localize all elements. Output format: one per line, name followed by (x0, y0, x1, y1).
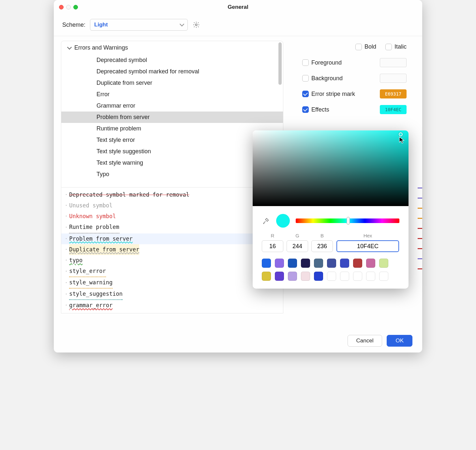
tree-group-label: Errors and Warnings (74, 44, 128, 51)
preset-swatch[interactable] (314, 259, 323, 268)
close-icon[interactable] (59, 5, 64, 9)
scheme-label: Scheme: (62, 22, 85, 28)
chevron-down-icon (180, 22, 184, 26)
foreground-checkbox[interactable]: Foreground (302, 59, 342, 66)
effects-swatch[interactable]: 10F4EC (380, 105, 407, 114)
bold-checkbox[interactable]: Bold (355, 43, 376, 50)
eyedropper-button[interactable] (262, 217, 270, 225)
preset-swatch[interactable] (327, 259, 336, 268)
hue-slider[interactable] (296, 218, 399, 223)
preview-line: Duplicate from server (69, 244, 139, 255)
scheme-row: Scheme: Light (54, 14, 422, 36)
preset-swatch[interactable] (288, 272, 297, 281)
background-checkbox[interactable]: Background (302, 75, 343, 82)
preview-line: style_suggestion (69, 289, 123, 300)
checkbox-icon (302, 75, 309, 82)
preview-line: Unknown symbol (69, 211, 116, 222)
window-title: General (228, 4, 248, 10)
tree-item-selected[interactable]: Problem from server (61, 112, 283, 123)
g-label: G (295, 233, 299, 238)
effects-checkbox[interactable]: Effects (302, 106, 329, 113)
preset-swatch-empty[interactable] (340, 272, 349, 281)
preset-swatch-empty[interactable] (327, 272, 336, 281)
tree-item[interactable]: Text style suggestion (61, 146, 283, 157)
category-tree[interactable]: Errors and Warnings Deprecated symbol De… (61, 41, 283, 188)
tree-item[interactable]: Deprecated symbol marked for removal (61, 66, 283, 77)
preview-line: grammar_error (69, 300, 112, 311)
preview-line: style_error (69, 266, 106, 277)
bold-label: Bold (364, 43, 376, 50)
preset-swatch[interactable] (301, 272, 310, 281)
error-stripe-swatch[interactable]: E69317 (380, 89, 407, 98)
preset-swatch[interactable] (288, 259, 297, 268)
color-picker[interactable]: R G B Hex (253, 130, 409, 289)
scheme-value: Light (94, 22, 108, 28)
tree-item[interactable]: Deprecated symbol (61, 54, 283, 66)
error-stripe-label: Error stripe mark (311, 91, 355, 98)
b-label: B (320, 233, 324, 238)
sv-thumb[interactable] (399, 132, 403, 136)
tree-item[interactable]: Duplicate from server (61, 77, 283, 89)
preview-line: style_warning (69, 277, 112, 289)
tree-group-header[interactable]: Errors and Warnings (61, 41, 283, 54)
preset-swatch[interactable] (301, 259, 310, 268)
scheme-actions-button[interactable] (192, 21, 200, 29)
zoom-icon[interactable] (73, 5, 78, 9)
scheme-select[interactable]: Light (90, 19, 188, 31)
preview-line: Problem from server (69, 233, 132, 244)
window-controls (59, 5, 78, 9)
preset-swatch[interactable] (340, 259, 349, 268)
error-stripe-checkbox[interactable]: Error stripe mark (302, 91, 355, 98)
color-preview (276, 214, 290, 228)
g-input[interactable] (287, 240, 308, 252)
cancel-button[interactable]: Cancel (348, 335, 382, 347)
checkbox-checked-icon (302, 106, 309, 113)
background-swatch[interactable] (380, 74, 407, 83)
preview-line: typo (69, 255, 82, 266)
checkbox-icon (385, 44, 392, 50)
tree-item[interactable]: Typo (61, 169, 283, 180)
preset-swatch-empty[interactable] (366, 272, 375, 281)
tree-item[interactable]: Grammar error (61, 100, 283, 112)
svg-point-0 (195, 24, 197, 26)
foreground-label: Foreground (311, 59, 342, 66)
checkbox-checked-icon (302, 91, 309, 97)
preview-pane: ·Deprecated symbol marked for removal ·U… (61, 188, 283, 313)
foreground-swatch[interactable] (380, 58, 407, 67)
minimize-icon[interactable] (66, 5, 71, 9)
tree-item[interactable]: Error (61, 89, 283, 100)
italic-checkbox[interactable]: Italic (385, 43, 407, 50)
r-input[interactable] (262, 240, 283, 252)
scrollbar-thumb[interactable] (278, 42, 282, 85)
saturation-value-field[interactable] (253, 130, 409, 206)
gear-icon (193, 21, 200, 28)
preset-swatch[interactable] (275, 259, 284, 268)
hex-input[interactable] (336, 240, 399, 252)
cursor-icon (399, 136, 405, 145)
preset-swatch-empty[interactable] (379, 272, 388, 281)
tree-item[interactable]: Text style error (61, 134, 283, 146)
background-label: Background (311, 75, 343, 82)
preset-swatch[interactable] (379, 259, 388, 268)
tree-item[interactable]: Runtime problem (61, 123, 283, 134)
preset-swatch[interactable] (262, 272, 271, 281)
preview-line: Deprecated symbol marked for removal (69, 189, 189, 200)
preset-swatch[interactable] (275, 272, 284, 281)
preset-swatch[interactable] (314, 272, 323, 281)
preview-line: Runtime problem (69, 222, 119, 233)
preset-swatch[interactable] (353, 259, 362, 268)
ok-button[interactable]: OK (387, 335, 412, 347)
hue-thumb[interactable] (347, 217, 350, 225)
titlebar: General (54, 0, 422, 14)
preview-line: Unused symbol (69, 200, 112, 211)
checkbox-icon (302, 59, 309, 66)
preset-colors (253, 257, 409, 289)
preset-swatch-empty[interactable] (353, 272, 362, 281)
preferences-window: General Scheme: Light Errors and Warning… (54, 0, 422, 352)
italic-label: Italic (394, 43, 407, 50)
preset-swatch[interactable] (262, 259, 271, 268)
b-input[interactable] (311, 240, 333, 252)
chevron-down-icon (67, 45, 72, 49)
preset-swatch[interactable] (366, 259, 375, 268)
tree-item[interactable]: Text style warning (61, 157, 283, 169)
